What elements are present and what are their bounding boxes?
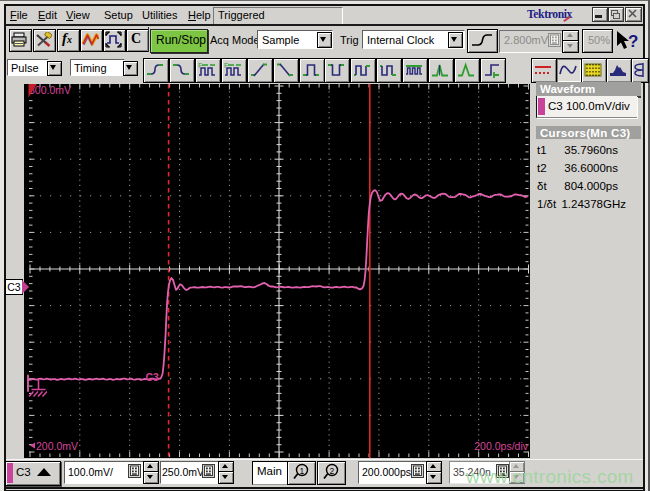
svg-text:200.0ps/div: 200.0ps/div [474, 440, 528, 452]
svg-text:1: 1 [300, 466, 305, 476]
svg-text:2: 2 [330, 466, 335, 476]
svg-text:C3: C3 [146, 371, 160, 383]
svg-text:?: ? [628, 32, 638, 51]
svg-text:200.0mV: 200.0mV [36, 440, 78, 452]
